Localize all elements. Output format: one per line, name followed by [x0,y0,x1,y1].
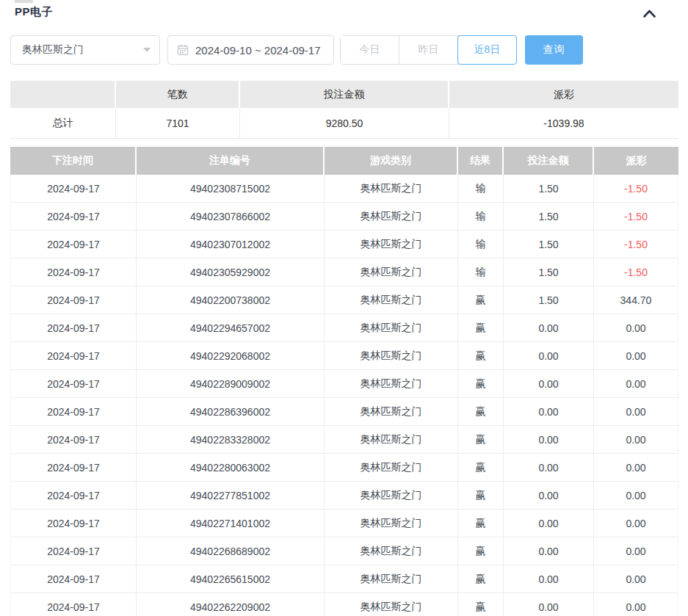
table-row: 2024-09-1749402292068002奥林匹斯之门赢0.000.00 [10,342,678,370]
game-select-value: 奥林匹斯之门 [22,43,143,57]
payout-cell: 0.00 [594,314,678,341]
order-no-cell: 49402277851002 [137,482,325,509]
payout-cell: 0.00 [594,565,678,593]
result-cell: 赢 [458,314,504,341]
table-row: 2024-09-1749402265615002奥林匹斯之门赢0.000.00 [10,565,678,593]
game-cell: 奥林匹斯之门 [325,565,458,593]
payout-cell: 0.00 [594,426,678,453]
bet-amount-cell: 1.50 [504,175,594,202]
summary-header-cell [10,81,116,108]
table-row: 2024-09-1749402294657002奥林匹斯之门赢0.000.00 [10,314,678,342]
quick-date-button[interactable]: 今日 [341,36,399,64]
order-no-cell: 49402289009002 [137,370,325,397]
table-row: 2024-09-1749402200738002奥林匹斯之门赢1.50344.7… [10,286,678,314]
result-cell: 赢 [458,510,504,537]
result-cell: 赢 [458,342,504,369]
page-title: PP电子 [15,5,53,19]
chevron-up-icon [643,10,656,18]
game-cell: 奥林匹斯之门 [325,175,458,202]
bet-time-cell: 2024-09-17 [10,482,137,509]
order-no-cell: 49402286396002 [137,398,325,425]
order-no-cell: 49402307012002 [137,231,325,258]
bets-table-header-cell: 派彩 [594,147,678,175]
date-range-input[interactable]: 2024-09-10 ~ 2024-09-17 [167,35,334,65]
table-row: 2024-09-1749402307012002奥林匹斯之门输1.50-1.50 [10,231,678,258]
order-no-cell: 49402268689002 [137,537,325,565]
order-no-cell: 49402308715002 [137,175,325,202]
table-row: 2024-09-1749402280063002奥林匹斯之门赢0.000.00 [10,454,678,482]
bet-time-cell: 2024-09-17 [10,398,137,425]
summary-header-cell: 笔数 [116,81,240,108]
quick-date-button[interactable]: 近8日 [457,35,517,65]
order-no-cell: 49402265615002 [137,565,325,593]
bet-amount-cell: 0.00 [504,426,594,453]
table-row: 2024-09-1749402307866002奥林匹斯之门输1.50-1.50 [10,203,678,231]
bet-amount-cell: 1.50 [504,286,594,314]
game-cell: 奥林匹斯之门 [325,398,458,425]
payout-cell: 0.00 [594,510,678,537]
summary-bet-amount-value: 9280.50 [240,108,449,138]
game-cell: 奥林匹斯之门 [325,454,458,481]
payout-cell: -1.50 [594,231,678,258]
bets-table-header-cell: 游戏类别 [325,147,458,175]
bet-amount-cell: 0.00 [504,482,594,509]
bet-amount-cell: 0.00 [504,454,594,481]
game-cell: 奥林匹斯之门 [325,203,458,230]
summary-payout-value: -1039.98 [449,108,678,138]
bet-amount-cell: 1.50 [504,258,594,286]
collapse-panel-button[interactable] [640,6,658,21]
result-cell: 输 [458,231,504,258]
summary-table: 笔数投注金额派彩 总计 7101 9280.50 -1039.98 [10,81,678,139]
payout-cell: 0.00 [594,370,678,397]
order-no-cell: 49402262209002 [137,593,325,616]
game-cell: 奥林匹斯之门 [325,510,458,537]
date-range-value: 2024-09-10 ~ 2024-09-17 [195,44,321,57]
order-no-cell: 49402280063002 [137,454,325,481]
bets-table: 下注时间注单编号游戏类别结果投注金额派彩 2024-09-17494023087… [10,147,678,616]
result-cell: 赢 [458,398,504,425]
summary-header-cell: 派彩 [449,81,678,108]
payout-cell: 344.70 [594,286,678,314]
bet-time-cell: 2024-09-17 [10,426,137,453]
bet-amount-cell: 0.00 [504,510,594,537]
result-cell: 赢 [458,565,504,593]
summary-count-value: 7101 [116,108,240,138]
bet-time-cell: 2024-09-17 [10,537,137,565]
bet-amount-cell: 1.50 [504,203,594,230]
order-no-cell: 49402294657002 [137,314,325,341]
bet-amount-cell: 0.00 [504,398,594,425]
result-cell: 赢 [458,593,504,616]
table-row: 2024-09-1749402308715002奥林匹斯之门输1.50-1.50 [10,175,678,203]
bets-table-header-cell: 注单编号 [137,147,325,175]
bet-time-cell: 2024-09-17 [10,286,137,314]
game-select[interactable]: 奥林匹斯之门 [10,35,160,65]
result-cell: 赢 [458,286,504,314]
bet-time-cell: 2024-09-17 [10,370,137,397]
search-button[interactable]: 查询 [525,35,583,65]
filter-bar: 奥林匹斯之门 2024-09-10 ~ 2024-09-17 今日昨日近8日 查… [10,35,583,65]
bet-amount-cell: 1.50 [504,231,594,258]
summary-header-row: 笔数投注金额派彩 [10,81,678,108]
bet-time-cell: 2024-09-17 [10,342,137,369]
bets-table-header-cell: 投注金额 [504,147,594,175]
bet-amount-cell: 0.00 [504,370,594,397]
table-row: 2024-09-1749402268689002奥林匹斯之门赢0.000.00 [10,537,678,565]
game-cell: 奥林匹斯之门 [325,537,458,565]
summary-total-row: 总计 7101 9280.50 -1039.98 [10,108,678,139]
payout-cell: -1.50 [594,175,678,202]
bets-table-body: 2024-09-1749402308715002奥林匹斯之门输1.50-1.50… [10,175,678,616]
game-cell: 奥林匹斯之门 [325,314,458,341]
game-cell: 奥林匹斯之门 [325,231,458,258]
payout-cell: 0.00 [594,537,678,565]
result-cell: 赢 [458,537,504,565]
quick-date-button-group: 今日昨日近8日 [340,35,517,65]
game-cell: 奥林匹斯之门 [325,593,458,616]
table-row: 2024-09-1749402277851002奥林匹斯之门赢0.000.00 [10,482,678,510]
calendar-icon [177,44,189,56]
game-cell: 奥林匹斯之门 [325,426,458,453]
payout-cell: -1.50 [594,258,678,286]
bet-time-cell: 2024-09-17 [10,175,137,202]
quick-date-button[interactable]: 昨日 [399,36,458,64]
result-cell: 赢 [458,370,504,397]
result-cell: 输 [458,175,504,202]
